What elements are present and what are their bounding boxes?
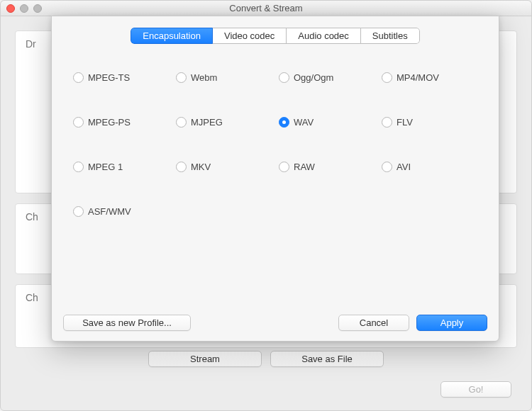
radio-avi[interactable]: AVI xyxy=(382,162,477,172)
profile-editor-sheet: Encapsulation Video codec Audio codec Su… xyxy=(51,16,499,342)
radio-mpeg-ps[interactable]: MPEG-PS xyxy=(73,117,169,128)
radio-label: AVI xyxy=(397,162,411,172)
tab-encapsulation[interactable]: Encapsulation xyxy=(131,28,213,44)
radio-icon xyxy=(176,162,187,172)
radio-mpeg1[interactable]: MPEG 1 xyxy=(73,162,169,172)
radio-icon xyxy=(279,117,289,128)
stream-button[interactable]: Stream xyxy=(148,351,262,367)
radio-label: MP4/MOV xyxy=(397,72,439,83)
radio-icon xyxy=(176,117,187,128)
radio-webm[interactable]: Webm xyxy=(176,72,272,83)
radio-icon xyxy=(279,162,289,172)
radio-mkv[interactable]: MKV xyxy=(176,162,272,172)
radio-ogg[interactable]: Ogg/Ogm xyxy=(279,72,375,83)
radio-mpeg-ts[interactable]: MPEG-TS xyxy=(73,72,169,83)
radio-icon xyxy=(73,117,84,128)
tab-audio-codec[interactable]: Audio codec xyxy=(286,28,361,44)
footer-right: Cancel Apply xyxy=(338,315,487,331)
profile-panel-label: Ch xyxy=(26,211,38,223)
radio-label: RAW xyxy=(294,162,315,172)
radio-icon xyxy=(73,72,84,83)
tab-video-codec[interactable]: Video codec xyxy=(212,28,287,44)
radio-label: Ogg/Ogm xyxy=(294,72,333,83)
maximize-icon[interactable] xyxy=(33,4,42,13)
radio-label: MPEG-TS xyxy=(88,72,130,83)
radio-raw[interactable]: RAW xyxy=(279,162,375,172)
titlebar: Convert & Stream xyxy=(1,1,531,16)
radio-label: MKV xyxy=(191,162,211,172)
radio-label: Webm xyxy=(191,72,217,83)
apply-button[interactable]: Apply xyxy=(416,315,487,331)
radio-label: MJPEG xyxy=(191,117,223,128)
go-row: Go! xyxy=(440,381,511,398)
go-button[interactable]: Go! xyxy=(440,381,511,398)
save-as-file-button[interactable]: Save as File xyxy=(270,351,384,367)
radio-flv[interactable]: FLV xyxy=(382,117,477,128)
encapsulation-options: MPEG-TS Webm Ogg/Ogm MP4/MOV MPEG-PS MJP… xyxy=(73,72,477,217)
window-title: Convert & Stream xyxy=(229,3,302,13)
minimize-icon[interactable] xyxy=(20,4,28,13)
radio-icon xyxy=(382,72,392,83)
sheet-footer: Save as new Profile... Cancel Apply xyxy=(63,315,487,331)
cancel-button[interactable]: Cancel xyxy=(338,315,409,331)
radio-mp4[interactable]: MP4/MOV xyxy=(382,72,477,83)
radio-mjpeg[interactable]: MJPEG xyxy=(176,117,272,128)
tab-subtitles[interactable]: Subtitles xyxy=(360,28,420,44)
radio-icon xyxy=(176,72,187,83)
radio-label: MPEG-PS xyxy=(88,117,131,128)
destination-buttons: Stream Save as File xyxy=(1,351,531,367)
radio-label: WAV xyxy=(294,117,314,128)
destination-panel-label: Ch xyxy=(26,292,38,303)
window-controls xyxy=(6,4,42,13)
tab-bar: Encapsulation Video codec Audio codec Su… xyxy=(131,28,419,44)
radio-icon xyxy=(279,72,289,83)
drop-panel-label: Dr xyxy=(26,38,36,50)
radio-label: ASF/WMV xyxy=(88,206,131,217)
close-icon[interactable] xyxy=(6,4,15,13)
radio-wav[interactable]: WAV xyxy=(279,117,375,128)
radio-label: FLV xyxy=(397,117,413,128)
radio-icon xyxy=(73,162,84,172)
save-as-new-profile-button[interactable]: Save as new Profile... xyxy=(63,315,191,331)
radio-label: MPEG 1 xyxy=(88,162,123,172)
radio-icon xyxy=(73,206,84,217)
radio-asf-wmv[interactable]: ASF/WMV xyxy=(73,206,169,217)
radio-icon xyxy=(382,162,392,172)
radio-icon xyxy=(382,117,392,128)
